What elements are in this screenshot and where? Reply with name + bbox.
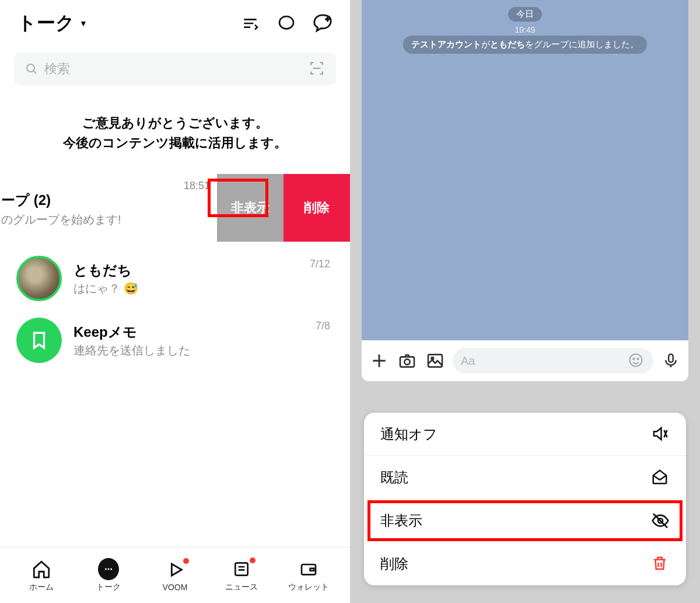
- notification-dot: [250, 557, 256, 563]
- menu-mute[interactable]: 通知オフ: [364, 413, 686, 456]
- message-input[interactable]: Aa: [453, 348, 653, 374]
- talk-icon: [98, 558, 119, 580]
- page-title[interactable]: トーク ▼: [18, 11, 88, 36]
- svg-point-2: [105, 568, 107, 570]
- sys-t1: が: [481, 39, 490, 49]
- feedback-message: ご意見ありがとうございます。 今後のコンテンツ掲載に活用します。: [0, 113, 350, 153]
- tab-label: トーク: [96, 582, 121, 592]
- avatar-keep: [16, 318, 62, 363]
- header: トーク ▼: [0, 0, 350, 42]
- camera-icon[interactable]: [397, 350, 418, 371]
- svg-rect-0: [279, 16, 293, 29]
- feedback-line1: ご意見ありがとうございます。: [0, 113, 350, 133]
- svg-point-12: [630, 354, 642, 367]
- title-text: トーク: [18, 11, 75, 36]
- tab-wallet[interactable]: ウォレット: [279, 559, 338, 592]
- tab-label: ウォレット: [288, 582, 329, 592]
- mute-icon: [651, 425, 670, 444]
- svg-point-3: [107, 568, 109, 570]
- tab-label: ニュース: [225, 582, 258, 592]
- sort-icon[interactable]: [240, 13, 260, 33]
- search-input[interactable]: 検索: [14, 53, 336, 85]
- sys-t2: をグループに追加しました。: [525, 39, 639, 49]
- chat-background: 今日 19:49 テストアカウントがともだちをグループに追加しました。: [362, 0, 688, 340]
- menu-label: 削除: [380, 555, 408, 573]
- avatar-friend: [16, 256, 62, 301]
- dropdown-caret-icon: ▼: [79, 19, 88, 28]
- search-icon: [24, 62, 38, 76]
- chat-row-keep[interactable]: Keepメモ 連絡先を送信しました 7/8: [0, 309, 350, 371]
- news-icon: [231, 559, 252, 580]
- svg-point-4: [110, 568, 112, 570]
- chat-last-message: はにゃ？ 😅: [74, 281, 138, 297]
- add-chat-icon[interactable]: [313, 13, 332, 33]
- delete-label: 削除: [304, 199, 330, 217]
- chat-row-friend[interactable]: ともだち はにゃ？ 😅 7/12: [0, 248, 350, 309]
- svg-point-11: [431, 357, 433, 360]
- tab-news[interactable]: ニュース: [212, 559, 271, 592]
- sys-friend: ともだち: [490, 39, 525, 49]
- menu-delete[interactable]: 削除: [364, 542, 686, 585]
- svg-rect-15: [668, 354, 673, 363]
- context-menu: 通知オフ 既読 非表示 削除: [364, 413, 686, 585]
- system-message: 19:49 テストアカウントがともだちをグループに追加しました。: [362, 25, 688, 54]
- notification-dot: [183, 558, 189, 564]
- home-icon: [31, 559, 52, 580]
- highlight-box: [208, 179, 268, 217]
- tab-home[interactable]: ホーム: [12, 559, 71, 592]
- menu-label: 既読: [380, 468, 408, 487]
- menu-read[interactable]: 既読: [364, 456, 686, 499]
- mic-icon[interactable]: [660, 350, 681, 371]
- svg-point-13: [633, 358, 634, 360]
- bottom-tab-bar: ホーム トーク VOOM ニュース ウォレット: [0, 547, 350, 603]
- chat-name: Keepメモ: [74, 323, 190, 341]
- emoji-icon[interactable]: [628, 352, 645, 370]
- tab-voom[interactable]: VOOM: [146, 559, 204, 592]
- chat-date: 7/12: [310, 258, 330, 270]
- trash-icon: [651, 555, 670, 573]
- highlight-box: [368, 500, 682, 541]
- svg-point-9: [404, 359, 410, 364]
- svg-point-14: [637, 358, 638, 360]
- input-placeholder: Aa: [461, 354, 475, 368]
- svg-rect-7: [310, 568, 314, 570]
- new-chat-icon[interactable]: [276, 13, 296, 33]
- svg-point-1: [27, 64, 34, 72]
- plus-icon[interactable]: [369, 350, 390, 371]
- tab-talk[interactable]: トーク: [79, 559, 138, 592]
- date-badge: 今日: [508, 7, 542, 22]
- tab-label: VOOM: [163, 583, 188, 592]
- menu-label: 通知オフ: [380, 425, 438, 444]
- search-placeholder: 検索: [44, 60, 309, 78]
- chat-date: 7/8: [316, 320, 330, 332]
- svg-rect-8: [400, 357, 414, 367]
- open-mail-icon: [651, 468, 670, 487]
- wallet-icon: [298, 559, 319, 580]
- voom-icon: [164, 559, 186, 580]
- chat-time: 18:51: [184, 180, 210, 192]
- chat-row-swiped[interactable]: ープ (2) のグループを始めます! 18:51 非表示 削除: [0, 174, 350, 242]
- chat-longpress-screen: 今日 19:49 テストアカウントがともだちをグループに追加しました。 Aa: [350, 0, 700, 603]
- tab-label: ホーム: [29, 582, 54, 592]
- feedback-line2: 今後のコンテンツ掲載に活用します。: [0, 133, 350, 153]
- image-icon[interactable]: [425, 350, 446, 371]
- chat-last-message: 連絡先を送信しました: [74, 343, 190, 358]
- chat-input-bar: Aa: [362, 340, 688, 381]
- sys-user: テストアカウント: [411, 39, 481, 49]
- qr-scan-icon[interactable]: [309, 61, 326, 77]
- system-text: テストアカウントがともだちをグループに追加しました。: [403, 36, 647, 54]
- line-talk-list-screen: トーク ▼ 検索 ご意見ありがとうございます。 今後のコンテンツ掲載に活用します…: [0, 0, 350, 603]
- delete-button[interactable]: 削除: [284, 174, 350, 242]
- header-actions: [240, 13, 332, 33]
- bookmark-icon: [29, 330, 49, 350]
- system-time: 19:49: [362, 25, 688, 34]
- chat-name: ともだち: [74, 261, 138, 280]
